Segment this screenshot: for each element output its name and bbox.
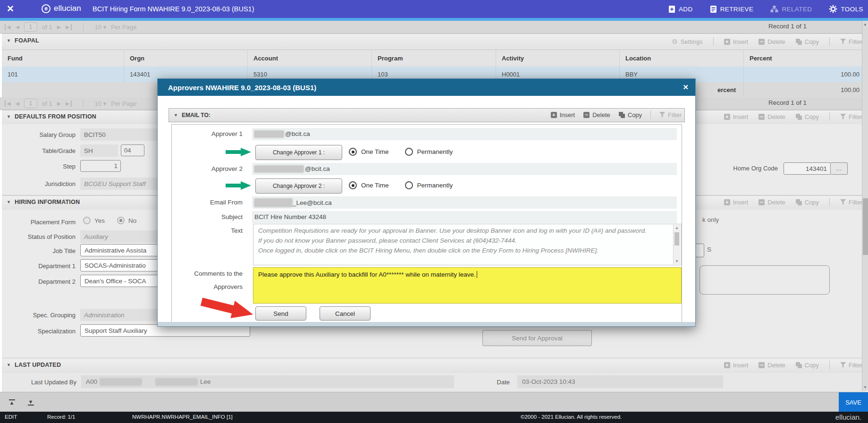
page-number-input[interactable]: 1	[24, 22, 37, 32]
email-from-value[interactable]: _Lee@bcit.ca	[254, 199, 332, 207]
home-org-lookup-button[interactable]: ...	[831, 162, 848, 175]
add-button[interactable]: ADD	[668, 5, 693, 13]
save-button[interactable]: SAVE	[839, 392, 868, 412]
modal-close-icon[interactable]: ✕	[683, 83, 689, 92]
per-page-label: Per Page	[111, 24, 136, 31]
close-form-icon[interactable]: ✕	[7, 3, 14, 14]
delete-icon: −	[758, 199, 765, 205]
delete-button[interactable]: −Delete	[758, 199, 785, 206]
email-body-textarea[interactable]: Competition Requisitions are ready for y…	[253, 224, 682, 265]
scrollbar-up-icon[interactable]: ▲	[863, 22, 867, 26]
prev-page-button[interactable]: ◀	[15, 101, 19, 107]
delete-button[interactable]: −Delete	[583, 111, 610, 118]
per-page-select[interactable]: 10 ▾	[95, 100, 107, 107]
step-label: Step	[5, 163, 76, 170]
placement-no-radio[interactable]	[117, 217, 125, 224]
next-page-button[interactable]: ▶	[57, 24, 61, 30]
delete-button[interactable]: −Delete	[758, 38, 785, 45]
copy-button[interactable]: Copy	[796, 362, 819, 369]
textarea-scrollbar[interactable]: ▲ ▼	[673, 225, 681, 264]
copy-button[interactable]: Copy	[796, 38, 819, 45]
subject-value[interactable]: BCIT Hire Number 43248	[254, 213, 326, 220]
cell-percent[interactable]: 100.00	[743, 67, 866, 82]
filter-funnel-icon	[840, 39, 846, 44]
settings-button[interactable]: ⚙Settings	[672, 38, 703, 45]
copy-icon	[796, 362, 802, 368]
column-header[interactable]: Location	[619, 50, 743, 67]
modal-header: Approvers NWAHIRE 9.0_2023-08-03 (BUS1) …	[158, 79, 695, 96]
change-approver2-button[interactable]: Change Approver 2 :	[255, 178, 342, 194]
copy-button[interactable]: Copy	[796, 199, 819, 206]
step-field[interactable]: 1	[80, 160, 121, 172]
insert-button[interactable]: +Insert	[724, 38, 749, 45]
cancel-button[interactable]: Cancel	[320, 306, 371, 321]
column-header[interactable]: Program	[371, 50, 496, 67]
insert-button[interactable]: +Insert	[724, 199, 749, 206]
field-row-bg	[252, 128, 677, 140]
filter-button[interactable]: Filter	[840, 362, 862, 369]
email-body-line: Once logged in, double click on the BCIT…	[253, 245, 673, 255]
filter-button[interactable]: Filter	[840, 38, 862, 45]
last-page-button[interactable]: ▶	[66, 24, 71, 30]
scrollbar-up-icon[interactable]: ▲	[675, 226, 679, 230]
one-time-radio[interactable]	[349, 148, 357, 156]
scrollbar-thumb[interactable]	[674, 232, 679, 245]
column-header[interactable]: Account	[247, 50, 371, 67]
scrollbar-down-icon[interactable]: ▼	[675, 259, 679, 263]
first-page-button[interactable]: ◀	[5, 24, 10, 30]
user-id-prefix: A00	[86, 378, 97, 385]
defaults-section-title[interactable]: ▼DEFAULTS FROM POSITION	[7, 113, 96, 120]
change-approver1-button[interactable]: Change Approver 1 :	[255, 145, 342, 160]
filter-button[interactable]: Filter	[840, 113, 862, 120]
permanently-radio[interactable]	[405, 181, 413, 189]
approvers-modal: Approvers NWAHIRE 9.0_2023-08-03 (BUS1) …	[157, 78, 696, 327]
foapal-section-title[interactable]: ▼FOAPAL	[7, 37, 39, 44]
copy-button[interactable]: Copy	[796, 113, 819, 120]
scroll-to-top-button[interactable]: ▲	[4, 395, 20, 410]
send-button[interactable]: Send	[255, 306, 306, 321]
insert-button[interactable]: +Insert	[551, 111, 575, 118]
per-page-select[interactable]: 10 ▾	[95, 24, 107, 31]
cell-fund[interactable]: 101	[2, 67, 124, 82]
copy-icon	[796, 199, 802, 205]
delete-button[interactable]: −Delete	[758, 362, 785, 369]
related-button[interactable]: RELATED	[770, 5, 812, 13]
grade-field[interactable]: 04	[121, 144, 144, 156]
copy-button[interactable]: Copy	[619, 111, 642, 118]
email-to-title[interactable]: ▼EMAIL TO:	[174, 112, 211, 118]
scrollbar-down-icon[interactable]: ▼	[863, 385, 867, 389]
placement-yes-radio[interactable]	[83, 217, 91, 224]
insert-button[interactable]: +Insert	[724, 113, 749, 120]
first-page-button[interactable]: ◀	[5, 101, 10, 107]
column-header[interactable]: Orgn	[124, 50, 247, 67]
home-org-code-field[interactable]: 143401	[784, 162, 831, 175]
column-header[interactable]: Activity	[496, 50, 619, 67]
scrollbar-thumb[interactable]	[863, 198, 868, 255]
column-header[interactable]: Percent	[743, 50, 866, 67]
retrieve-button[interactable]: RETRIEVE	[710, 5, 754, 13]
last-updated-section-title[interactable]: ▼LAST UPDATED	[7, 362, 61, 368]
permanently-radio[interactable]	[405, 148, 413, 156]
next-page-button[interactable]: ▶	[57, 101, 61, 107]
one-time-radio[interactable]	[349, 181, 357, 189]
comments-textarea[interactable]: Please approve this Auxiliary to backfil…	[253, 267, 682, 304]
collapse-triangle-icon: ▼	[7, 363, 11, 367]
approver1-value[interactable]: @bcit.ca	[254, 130, 310, 137]
page-number-input[interactable]: 1	[24, 99, 37, 108]
filter-button[interactable]: Filter	[659, 111, 682, 118]
approver2-value[interactable]: @bcit.ca	[254, 165, 330, 172]
table-field: SH	[80, 144, 118, 157]
column-header[interactable]: Fund	[2, 50, 124, 67]
last-page-button[interactable]: ▶	[66, 101, 71, 107]
send-for-approval-button[interactable]: Send for Approval	[482, 330, 592, 346]
scroll-to-bottom-button[interactable]: ▼	[23, 395, 39, 410]
ellucian-logo-text: ellucian	[54, 4, 81, 13]
last-updated-section-bar: ▼LAST UPDATED +Insert −Delete Copy Filte…	[2, 358, 866, 373]
delete-button[interactable]: −Delete	[758, 113, 785, 120]
filter-button[interactable]: Filter	[840, 199, 862, 206]
hiring-section-title[interactable]: ▼HIRING INFORMATION	[7, 199, 80, 205]
tools-button[interactable]: TOOLS	[829, 5, 863, 13]
vertical-scrollbar[interactable]: ▲ ▼	[862, 21, 868, 391]
insert-button[interactable]: +Insert	[724, 362, 749, 369]
prev-page-button[interactable]: ◀	[15, 24, 19, 30]
